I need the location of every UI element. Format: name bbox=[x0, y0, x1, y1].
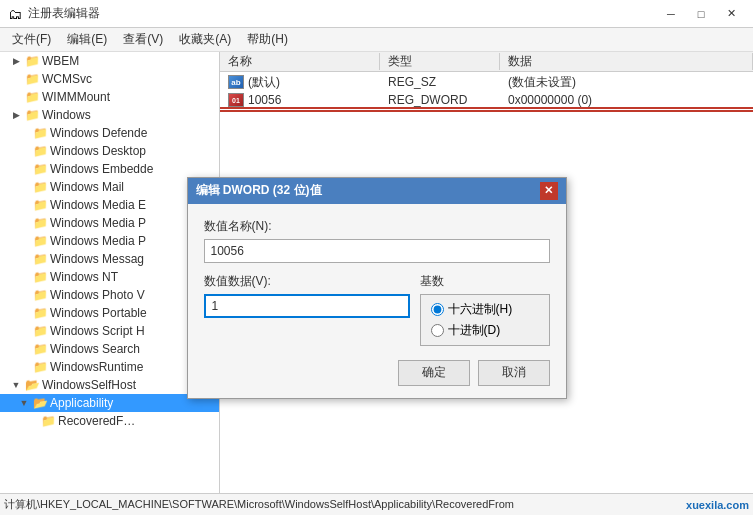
tree-expand-icon[interactable] bbox=[24, 413, 40, 429]
tree-item[interactable]: 📁Windows Embedde bbox=[0, 160, 219, 178]
tree-item-label: Windows Portable bbox=[50, 306, 147, 320]
edit-dword-dialog: 编辑 DWORD (32 位)值 ✕ 数值名称(N): 数值数据(V): 基数 … bbox=[187, 177, 567, 399]
title-controls: ─ □ ✕ bbox=[657, 4, 745, 24]
tree-expand-icon[interactable] bbox=[16, 143, 32, 159]
folder-icon: 📁 bbox=[32, 342, 48, 356]
radix-section: 基数 十六进制(H) 十进制(D) bbox=[420, 273, 550, 346]
value-field-label: 数值数据(V): bbox=[204, 273, 410, 290]
table-row[interactable]: ab(默认)REG_SZ(数值未设置) bbox=[220, 72, 753, 92]
tree-item-label: WCMSvc bbox=[42, 72, 92, 86]
tree-expand-icon[interactable] bbox=[16, 251, 32, 267]
folder-icon: 📂 bbox=[32, 396, 48, 410]
minimize-button[interactable]: ─ bbox=[657, 4, 685, 24]
tree-item[interactable]: ▶📁WBEM bbox=[0, 52, 219, 70]
folder-icon: 📁 bbox=[32, 216, 48, 230]
tree-item-label: Windows Messag bbox=[50, 252, 144, 266]
radix-dec-label: 十进制(D) bbox=[448, 322, 501, 339]
tree-item-label: WindowsRuntime bbox=[50, 360, 143, 374]
status-bar: 计算机\HKEY_LOCAL_MACHINE\SOFTWARE\Microsof… bbox=[0, 493, 753, 515]
folder-icon: 📁 bbox=[32, 234, 48, 248]
value-input[interactable] bbox=[204, 294, 410, 318]
tree-item[interactable]: 📁WIMMMount bbox=[0, 88, 219, 106]
row-type-cell: REG_SZ bbox=[380, 75, 500, 89]
tree-expand-icon[interactable] bbox=[16, 305, 32, 321]
status-path: 计算机\HKEY_LOCAL_MACHINE\SOFTWARE\Microsof… bbox=[4, 497, 686, 512]
row-name-cell: 0110056 bbox=[220, 93, 380, 109]
radix-label: 基数 bbox=[420, 273, 550, 290]
tree-expand-icon[interactable] bbox=[8, 89, 24, 105]
name-field-label: 数值名称(N): bbox=[204, 218, 550, 235]
folder-icon: 📁 bbox=[24, 72, 40, 86]
tree-expand-icon[interactable] bbox=[16, 287, 32, 303]
folder-icon: 📁 bbox=[32, 324, 48, 338]
dialog-close-button[interactable]: ✕ bbox=[540, 182, 558, 200]
tree-item[interactable]: 📁RecoveredF… bbox=[0, 412, 219, 430]
tree-expand-icon[interactable]: ▶ bbox=[8, 53, 24, 69]
tree-expand-icon[interactable] bbox=[16, 323, 32, 339]
tree-item-label: Windows Desktop bbox=[50, 144, 146, 158]
dialog-title: 编辑 DWORD (32 位)值 bbox=[196, 182, 322, 199]
radix-hex-option[interactable]: 十六进制(H) bbox=[431, 301, 539, 318]
icon-ab: ab bbox=[228, 75, 244, 89]
tree-expand-icon[interactable] bbox=[16, 359, 32, 375]
radix-hex-radio[interactable] bbox=[431, 303, 444, 316]
tree-item[interactable]: 📁WCMSvc bbox=[0, 70, 219, 88]
name-input[interactable] bbox=[204, 239, 550, 263]
watermark: xuexila.com bbox=[686, 499, 749, 511]
dialog-title-bar: 编辑 DWORD (32 位)值 ✕ bbox=[188, 178, 566, 204]
ok-button[interactable]: 确定 bbox=[398, 360, 470, 386]
col-header-type: 类型 bbox=[380, 53, 500, 70]
row-data-cell: 0x00000000 (0) bbox=[500, 93, 753, 109]
folder-icon: 📁 bbox=[32, 288, 48, 302]
menu-help[interactable]: 帮助(H) bbox=[239, 29, 296, 50]
tree-expand-icon[interactable] bbox=[16, 179, 32, 195]
folder-icon: 📁 bbox=[32, 162, 48, 176]
tree-expand-icon[interactable] bbox=[16, 233, 32, 249]
tree-item[interactable]: ▶📁Windows bbox=[0, 106, 219, 124]
tree-item-label: RecoveredF… bbox=[58, 414, 135, 428]
tree-expand-icon[interactable]: ▼ bbox=[8, 377, 24, 393]
tree-item[interactable]: 📁Windows Defende bbox=[0, 124, 219, 142]
dialog-lower-section: 数值数据(V): 基数 十六进制(H) 十进制(D) bbox=[204, 273, 550, 346]
tree-expand-icon[interactable] bbox=[16, 269, 32, 285]
tree-item-label: Windows Defende bbox=[50, 126, 147, 140]
radix-dec-radio[interactable] bbox=[431, 324, 444, 337]
col-header-data: 数据 bbox=[500, 53, 753, 70]
tree-item-label: Windows Photo V bbox=[50, 288, 145, 302]
tree-item-label: Windows NT bbox=[50, 270, 118, 284]
tree-item-label: Windows Media P bbox=[50, 216, 146, 230]
folder-icon: 📁 bbox=[24, 54, 40, 68]
menu-favorites[interactable]: 收藏夹(A) bbox=[171, 29, 239, 50]
menu-edit[interactable]: 编辑(E) bbox=[59, 29, 115, 50]
tree-item-label: Windows Search bbox=[50, 342, 140, 356]
folder-icon: 📁 bbox=[24, 90, 40, 104]
tree-expand-icon[interactable]: ▼ bbox=[16, 395, 32, 411]
close-button[interactable]: ✕ bbox=[717, 4, 745, 24]
window-title: 注册表编辑器 bbox=[28, 5, 100, 22]
tree-item-label: Applicability bbox=[50, 396, 113, 410]
tree-item-label: Windows Script H bbox=[50, 324, 145, 338]
app-icon: 🗂 bbox=[8, 6, 22, 22]
folder-icon: 📁 bbox=[32, 270, 48, 284]
maximize-button[interactable]: □ bbox=[687, 4, 715, 24]
tree-expand-icon[interactable] bbox=[16, 341, 32, 357]
value-section: 数值数据(V): bbox=[204, 273, 410, 346]
tree-item-label: WIMMMount bbox=[42, 90, 110, 104]
row-name-cell: ab(默认) bbox=[220, 74, 380, 91]
tree-expand-icon[interactable] bbox=[16, 161, 32, 177]
tree-expand-icon[interactable] bbox=[16, 125, 32, 141]
tree-expand-icon[interactable] bbox=[16, 215, 32, 231]
tree-item[interactable]: 📁Windows Desktop bbox=[0, 142, 219, 160]
folder-icon: 📁 bbox=[32, 306, 48, 320]
menu-file[interactable]: 文件(F) bbox=[4, 29, 59, 50]
dialog-buttons: 确定 取消 bbox=[204, 360, 550, 386]
cancel-button[interactable]: 取消 bbox=[478, 360, 550, 386]
menu-bar: 文件(F) 编辑(E) 查看(V) 收藏夹(A) 帮助(H) bbox=[0, 28, 753, 52]
tree-expand-icon[interactable] bbox=[16, 197, 32, 213]
folder-icon: 📁 bbox=[32, 144, 48, 158]
menu-view[interactable]: 查看(V) bbox=[115, 29, 171, 50]
radix-dec-option[interactable]: 十进制(D) bbox=[431, 322, 539, 339]
tree-expand-icon[interactable]: ▶ bbox=[8, 107, 24, 123]
tree-expand-icon[interactable] bbox=[8, 71, 24, 87]
table-row[interactable]: 0110056REG_DWORD0x00000000 (0) bbox=[220, 92, 753, 112]
